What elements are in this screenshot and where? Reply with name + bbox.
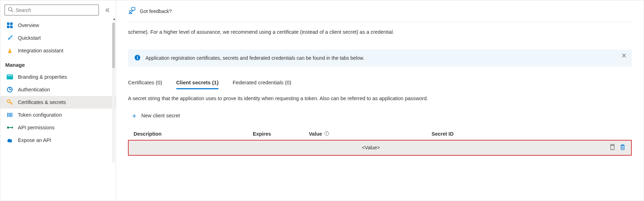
plus-icon: ＋ [131,111,138,121]
svg-rect-5 [10,26,13,28]
col-secret-id: Secret ID [432,131,626,137]
rocket-icon [7,35,13,41]
search-input[interactable] [15,7,96,13]
sidebar-item-label: Quickstart [18,35,41,41]
sidebar-item-label: Authentication [18,87,50,92]
main-content: Got feedback? scheme). For a higher leve… [116,0,644,201]
table-row[interactable]: <Value> [128,140,632,156]
info-icon [134,54,141,62]
banner-text: Application registration certificates, s… [145,55,364,61]
secrets-table: Description Expires Value Secret ID <Val… [128,128,632,156]
sidebar-item-branding[interactable]: Branding & properties [0,71,116,83]
svg-rect-8 [7,75,12,76]
scrollbar[interactable] [112,22,115,163]
svg-rect-2 [7,22,9,25]
tab-client-secrets[interactable]: Client secrets (1) [176,79,219,89]
token-icon [7,112,13,118]
col-expires: Expires [253,131,309,137]
search-box[interactable] [5,5,99,15]
delete-button[interactable] [620,144,625,151]
new-client-secret-button[interactable]: ＋ New client secret [128,109,632,128]
sidebar-item-label: Branding & properties [18,74,67,80]
cell-value: <Value> [310,145,432,150]
sidebar-item-label: Token configuration [18,112,62,118]
sidebar-item-quickstart[interactable]: Quickstart [0,32,116,44]
help-text: scheme). For a higher level of assurance… [128,28,632,36]
svg-rect-13 [10,113,11,117]
svg-rect-27 [611,145,614,150]
sidebar-item-label: Certificates & secrets [18,99,66,105]
sidebar-item-label: API permissions [18,125,55,130]
table-header: Description Expires Value Secret ID [128,128,632,140]
feedback-link[interactable]: Got feedback? [128,5,632,22]
sidebar-item-token-configuration[interactable]: Token configuration [0,109,116,121]
svg-rect-20 [137,57,138,59]
svg-rect-4 [7,26,9,28]
cloud-icon [7,137,13,143]
key-icon [7,99,13,105]
banner-close-button[interactable] [622,53,626,59]
sidebar-item-api-permissions[interactable]: API permissions [0,121,116,134]
grid-icon [7,22,13,28]
svg-rect-11 [7,113,8,117]
sidebar-item-overview[interactable]: Overview [0,19,116,32]
svg-rect-12 [9,113,9,117]
sidebar-item-authentication[interactable]: Authentication [0,83,116,96]
feedback-label: Got feedback? [140,8,172,14]
sidebar-item-expose-api[interactable]: Expose an API [0,134,116,147]
tab-federated-credentials[interactable]: Federated credentials (0) [232,79,291,89]
sidebar-item-label: Expose an API [18,137,51,143]
scroll-up-arrow[interactable]: ▲ [113,17,116,21]
sidebar-item-label: Overview [18,22,39,28]
col-value: Value [309,131,432,137]
sidebar-section-manage: Manage [0,57,116,71]
copy-button[interactable] [609,144,615,151]
tab-description: A secret string that the application use… [128,96,632,101]
sidebar: ▲ Overview Quickstart Integration assist… [0,0,116,201]
svg-point-6 [10,37,11,38]
sidebar-item-certificates-secrets[interactable]: Certificates & secrets [0,96,116,109]
tabs: Certificates (0) Client secrets (1) Fede… [128,79,632,89]
assistant-icon [7,47,13,54]
col-description: Description [134,131,253,137]
svg-point-21 [137,56,138,57]
svg-rect-28 [621,145,624,150]
svg-rect-14 [12,113,12,117]
sidebar-item-label: Integration assistant [18,48,63,53]
branding-icon [7,74,13,80]
svg-rect-18 [131,7,135,10]
collapse-sidebar-button[interactable] [103,6,111,14]
info-icon[interactable] [324,131,329,137]
tab-certificates[interactable]: Certificates (0) [128,79,162,89]
new-secret-label: New client secret [141,113,180,118]
svg-point-26 [326,132,327,132]
svg-point-0 [8,7,12,11]
svg-point-16 [12,127,13,128]
search-icon [8,7,13,13]
auth-icon [7,86,13,93]
svg-line-1 [12,11,13,12]
svg-rect-3 [10,22,13,25]
info-banner: Application registration certificates, s… [128,50,632,67]
svg-point-15 [7,127,9,128]
sidebar-item-integration-assistant[interactable]: Integration assistant [0,44,116,57]
svg-point-17 [129,11,131,13]
feedback-icon [128,7,136,15]
api-permissions-icon [7,124,13,131]
